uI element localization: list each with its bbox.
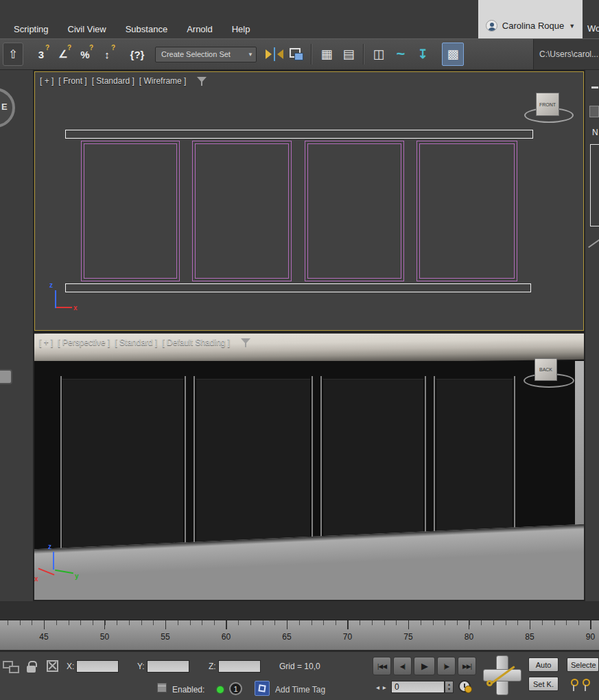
angle-snap-button[interactable]: ∠ ? <box>52 43 74 66</box>
menu-arnold[interactable]: Arnold <box>177 24 222 34</box>
axis-x-line <box>56 307 72 308</box>
align-button[interactable] <box>285 43 307 66</box>
count-badge[interactable]: 1 <box>229 682 242 695</box>
wall-edge-strip <box>575 361 584 536</box>
viewcube[interactable]: BACK <box>535 358 557 381</box>
menu-scripting[interactable]: Scripting <box>4 24 58 34</box>
selected-filter-dropdown[interactable]: Selecte <box>567 657 599 672</box>
z-coordinate-label: Z: <box>209 662 216 671</box>
viewport-menu-pov[interactable]: [ Front ] <box>58 76 86 86</box>
auto-key-button[interactable]: Auto <box>528 657 559 672</box>
time-tag-cube-icon <box>157 683 167 692</box>
viewport-menu-general[interactable]: [ + ] <box>40 76 54 86</box>
add-time-tag-label[interactable]: Add Time Tag <box>275 685 325 695</box>
time-configuration-icon[interactable] <box>458 680 471 692</box>
filter-funnel-icon[interactable] <box>196 77 207 86</box>
chevron-down-icon: ▼ <box>569 21 575 30</box>
magnet-icon: ? <box>111 44 115 51</box>
viewport-menu-pov[interactable]: [ Perspective ] <box>58 338 110 347</box>
cropped-field-fragment <box>590 144 599 226</box>
user-avatar-icon <box>486 20 497 32</box>
y-coordinate-input[interactable] <box>147 660 189 673</box>
key-icon <box>581 678 589 692</box>
top-rail-wireframe[interactable] <box>65 130 533 139</box>
viewport-menu-general[interactable]: [ + ] <box>39 338 53 347</box>
up-arrow-icon: ⇧ <box>8 47 18 62</box>
selection-lock-icon[interactable] <box>27 666 36 673</box>
axis-z-line <box>55 290 56 308</box>
project-path-field[interactable]: C:\Users\carol... <box>533 39 599 69</box>
axis-z-label: z <box>48 543 51 550</box>
set-key-button[interactable] <box>482 654 522 697</box>
chevron-down-icon: ▼ <box>245 51 253 58</box>
filter-funnel-icon[interactable] <box>240 338 251 347</box>
front-viewport[interactable]: [ + ] [ Front ] [ Standard ] [ Wireframe… <box>34 71 584 331</box>
material-editor-button[interactable]: ▩ <box>442 43 464 66</box>
x-coordinate-input[interactable] <box>76 660 119 673</box>
axis-z-label: z <box>49 281 53 289</box>
play-button[interactable]: ▶ <box>414 657 435 675</box>
mirror-icon <box>266 47 283 61</box>
select-and-link-button[interactable]: ⇧ <box>3 43 23 66</box>
toolbar-separator <box>311 44 312 65</box>
transform-typein-toggle[interactable] <box>47 660 58 672</box>
workspace-selector-partial[interactable]: Wo <box>587 23 599 34</box>
selection-set-dropdown[interactable]: Create Selection Set ▼ <box>155 47 257 62</box>
layer-explorer-button[interactable]: ▦ <box>316 43 338 66</box>
menu-civil-view[interactable]: Civil View <box>58 24 116 34</box>
render-download-icon: ↧ <box>417 47 427 62</box>
main-toolbar: ⇧ 3 ? ∠ ? % ? ↕ ? {?} Create Selection S… <box>0 38 599 70</box>
spinner-snap-button[interactable]: ↕ ? <box>96 43 118 66</box>
scene-explorer-button[interactable]: ▤ <box>338 43 360 66</box>
cropped-button-fragment[interactable] <box>589 106 599 117</box>
viewport-area: [ + ] [ Front ] [ Standard ] [ Wireframe… <box>33 70 585 601</box>
menu-help[interactable]: Help <box>222 24 260 34</box>
user-account-button[interactable]: Carolina Roque ▼ <box>478 0 583 38</box>
key-filters-button[interactable] <box>569 678 593 693</box>
bottom-rail-wireframe[interactable] <box>65 283 531 292</box>
viewport-menu-shading[interactable]: [ Wireframe ] <box>139 76 187 86</box>
scene-explorer-icon: ▤ <box>342 47 354 62</box>
door-panel-wireframe[interactable] <box>81 141 180 281</box>
viewport-menu-renderer[interactable]: [ Standard ] <box>115 338 157 347</box>
y-coordinate-label: Y: <box>137 662 145 671</box>
z-coordinate-input[interactable] <box>218 660 261 673</box>
schematic-view-button[interactable]: ◫ <box>368 43 390 66</box>
ruler-major-ticks <box>44 620 599 629</box>
curve-editor-button[interactable]: ~ <box>390 43 412 66</box>
frame-spinner[interactable]: ▴ ▾ <box>445 681 454 693</box>
door-panel-wireframe[interactable] <box>416 141 517 281</box>
add-time-tag-icon[interactable] <box>255 681 270 696</box>
door-panel-wireframe[interactable] <box>192 141 292 281</box>
track-bar[interactable]: 45 50 55 60 65 70 75 80 85 90 <box>0 620 599 651</box>
magnet-icon: ? <box>89 44 93 51</box>
menu-substance[interactable]: Substance <box>116 24 177 34</box>
frame-nudge-buttons[interactable]: ◂ ▸ <box>376 684 387 691</box>
named-selection-sets-button[interactable]: {?} <box>126 43 148 66</box>
viewcube[interactable]: FRONT <box>536 93 559 116</box>
current-frame-input[interactable] <box>391 681 445 693</box>
previous-frame-button[interactable]: ◀| <box>393 657 412 675</box>
set-key-mode-button[interactable]: Set K. <box>528 677 559 691</box>
viewport-label-row: [ + ] [ Front ] [ Standard ] [ Wireframe… <box>40 76 207 86</box>
perspective-viewport[interactable]: [ + ] [ Perspective ] [ Standard ] [ Def… <box>34 334 584 600</box>
viewport-menu-renderer[interactable]: [ Standard ] <box>92 76 134 86</box>
viewport-menu-shading[interactable]: [ Default Shading ] <box>162 338 230 347</box>
snaps-toggle-button[interactable]: 3 ? <box>30 43 52 66</box>
cropped-label-fragment: E <box>1 102 8 112</box>
key-icon <box>486 680 493 686</box>
door-panel-wireframe[interactable] <box>305 141 404 281</box>
align-icon <box>290 48 303 60</box>
frame-tick-label: 60 <box>222 632 231 642</box>
render-setup-button[interactable]: ↧ <box>412 43 434 66</box>
go-to-start-button[interactable]: |◀◀ <box>373 657 391 675</box>
mirror-button[interactable] <box>263 43 285 66</box>
frame-tick-label: 75 <box>403 632 412 642</box>
frame-tick-label: 90 <box>586 632 595 642</box>
next-frame-button[interactable]: |▶ <box>437 657 456 675</box>
go-to-end-button[interactable]: ▶▶| <box>458 657 476 675</box>
isolate-selection-icon[interactable] <box>3 661 21 675</box>
cropped-minus-fragment <box>591 86 598 89</box>
percent-snap-button[interactable]: % ? <box>74 43 96 66</box>
track-bar-spacer <box>0 601 599 620</box>
